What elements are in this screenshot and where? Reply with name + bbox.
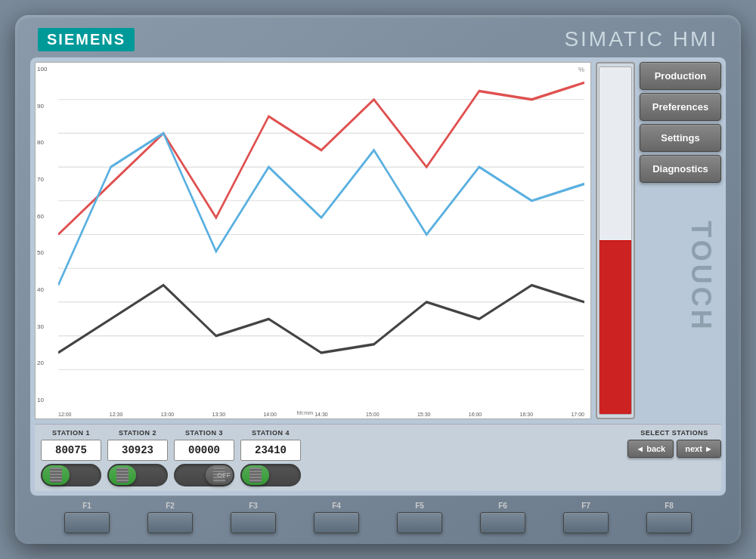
fkey-f8-button[interactable] bbox=[646, 512, 692, 533]
next-button[interactable]: next ► bbox=[677, 440, 721, 458]
gauge-fill bbox=[600, 241, 631, 415]
fkey-f8: F8 bbox=[646, 502, 692, 533]
fkey-f2-button[interactable] bbox=[147, 512, 193, 533]
fkey-f2: F2 bbox=[147, 502, 193, 533]
production-button[interactable]: Production bbox=[640, 62, 721, 90]
fkey-f6: F6 bbox=[480, 502, 525, 533]
siemens-logo: SIEMENS bbox=[38, 28, 135, 51]
chart-y-labels: 100 90 80 70 60 50 40 30 20 10 bbox=[37, 66, 47, 403]
top-bar: SIEMENS SIMATIC HMI bbox=[30, 23, 726, 57]
station-3-toggle[interactable]: OFF bbox=[174, 464, 234, 486]
settings-button[interactable]: Settings bbox=[640, 124, 721, 152]
gauge-marker-line: 25 bbox=[600, 240, 631, 241]
fkey-f1-button[interactable] bbox=[64, 512, 110, 533]
gauge-container: 50 40 30 20 10 0 25 bbox=[596, 62, 635, 419]
back-button[interactable]: ◄ back bbox=[627, 440, 674, 458]
station-3-block: STATION 3 00000 OFF bbox=[174, 429, 234, 486]
screen-area: 100 90 80 70 60 50 40 30 20 10 bbox=[30, 57, 726, 496]
nav-row: ◄ back next ► bbox=[627, 440, 721, 458]
fkey-f5: F5 bbox=[397, 502, 442, 533]
chart-time-label: hh:mm bbox=[297, 410, 313, 415]
preferences-button[interactable]: Preferences bbox=[640, 93, 721, 121]
station-4-label: STATION 4 bbox=[252, 429, 290, 437]
station-4-toggle[interactable]: ON bbox=[240, 464, 301, 486]
select-stations-label: SELECT STATIONS bbox=[640, 429, 708, 437]
main-display: 100 90 80 70 60 50 40 30 20 10 bbox=[30, 57, 726, 496]
station-1-block: STATION 1 80075 ON bbox=[41, 429, 101, 486]
fkey-f5-button[interactable] bbox=[397, 512, 442, 533]
station-1-label: STATION 1 bbox=[52, 429, 90, 437]
station-4-knob bbox=[242, 465, 269, 485]
select-stations-panel: SELECT STATIONS ◄ back next ► bbox=[634, 429, 715, 458]
fkey-f6-button[interactable] bbox=[480, 512, 525, 533]
fkey-f4: F4 bbox=[314, 502, 359, 533]
station-1-value: 80075 bbox=[41, 440, 101, 461]
station-4-value: 23410 bbox=[240, 440, 301, 461]
station-2-label: STATION 2 bbox=[119, 429, 156, 437]
station-2-block: STATION 2 30923 ON bbox=[107, 429, 168, 486]
gauge-bar: 25 bbox=[599, 66, 632, 415]
bottom-section: STATION 1 80075 ON STATION 2 30923 ON bbox=[35, 424, 721, 491]
fkey-f7: F7 bbox=[563, 502, 609, 533]
hmi-title: SIMATIC HMI bbox=[564, 27, 718, 51]
fkey-row: F1 F2 F3 F4 F5 F6 F7 F8 bbox=[30, 496, 726, 533]
fkey-f3: F3 bbox=[231, 502, 276, 533]
station-2-toggle[interactable]: ON bbox=[107, 464, 168, 486]
gauge-inner: 50 40 30 20 10 0 25 bbox=[599, 66, 632, 415]
station-1-toggle[interactable]: ON bbox=[41, 464, 101, 486]
station-4-block: STATION 4 23410 ON bbox=[240, 429, 301, 486]
station-3-off-label: OFF bbox=[217, 471, 231, 479]
fkey-f7-button[interactable] bbox=[563, 512, 609, 533]
fkey-f4-button[interactable] bbox=[314, 512, 359, 533]
station-3-label: STATION 3 bbox=[185, 429, 223, 437]
chart-x-labels: 12:00 12:30 13:00 13:30 14:00 14:30 15:0… bbox=[58, 412, 584, 417]
nav-buttons: Production Preferences Settings Diagnost… bbox=[640, 62, 721, 419]
stations-area: STATION 1 80075 ON STATION 2 30923 ON bbox=[41, 429, 627, 486]
fkey-f3-button[interactable] bbox=[231, 512, 276, 533]
chart-percent-label: % bbox=[578, 66, 584, 73]
chart-container: 100 90 80 70 60 50 40 30 20 10 bbox=[35, 62, 591, 419]
chart-svg bbox=[58, 66, 584, 403]
station-2-knob bbox=[109, 465, 136, 485]
fkey-f1: F1 bbox=[64, 502, 110, 533]
diagnostics-button[interactable]: Diagnostics bbox=[640, 155, 721, 183]
station-2-value: 30923 bbox=[107, 440, 168, 461]
top-section: 100 90 80 70 60 50 40 30 20 10 bbox=[35, 62, 721, 419]
station-1-knob bbox=[42, 465, 70, 485]
device-panel: SIEMENS SIMATIC HMI 100 90 80 70 60 50 4… bbox=[15, 15, 741, 544]
station-3-value: 00000 bbox=[174, 440, 234, 461]
